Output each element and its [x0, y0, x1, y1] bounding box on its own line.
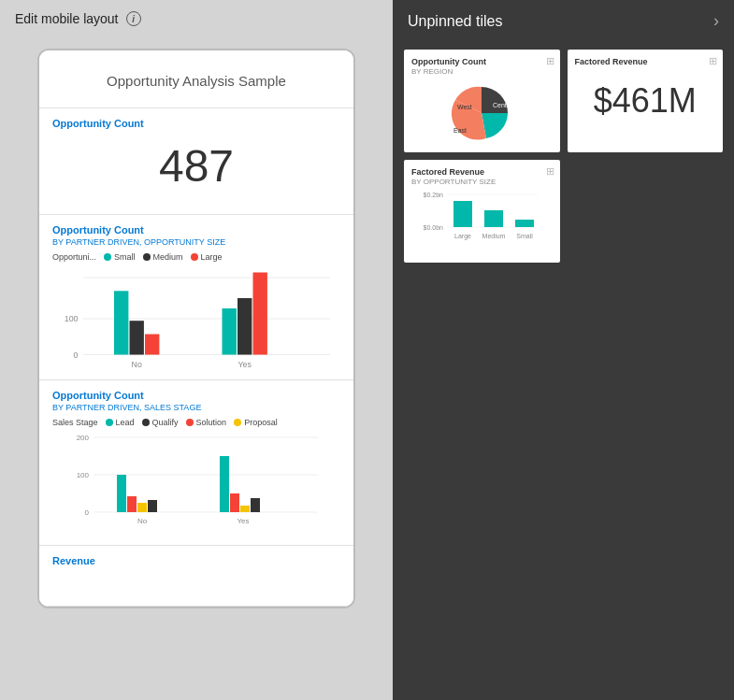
svg-text:East: East: [453, 127, 467, 134]
opp-region-subtitle: BY REGION: [411, 67, 553, 76]
svg-text:Yes: Yes: [238, 360, 252, 369]
opp-partner-chart: 100 0 No Yes: [52, 267, 340, 370]
svg-rect-25: [240, 506, 250, 512]
opp-partner-sublabel: BY PARTNER DRIVEN, OPPORTUNITY SIZE: [52, 237, 340, 247]
svg-rect-6: [130, 321, 144, 354]
svg-text:Central: Central: [493, 102, 514, 108]
edit-mobile-layout-title: Edit mobile layout: [15, 11, 119, 26]
svg-rect-23: [220, 456, 229, 512]
svg-rect-36: [453, 201, 472, 227]
svg-rect-9: [237, 298, 252, 355]
factored-revenue-title: Factored Revenue: [575, 57, 716, 66]
revenue-card: Revenue: [39, 546, 353, 607]
legend-medium: Medium: [143, 252, 183, 262]
svg-text:0: 0: [85, 508, 90, 517]
legend-solution: Solution: [186, 418, 227, 427]
factored-size-chart: $0.2bn $0.0bn Large Medium Small: [411, 190, 553, 255]
right-panel: Unpinned tiles › Opportunity Count BY RE…: [393, 0, 734, 700]
lead-dot: [106, 419, 113, 426]
opp-region-chart: West Central East: [411, 79, 553, 145]
tiles-grid: Opportunity Count BY REGION ⊞ West Centr…: [393, 42, 734, 270]
pin-icon-revenue[interactable]: ⊞: [709, 55, 717, 67]
opp-count-region-tile[interactable]: Opportunity Count BY REGION ⊞ West Centr…: [404, 50, 560, 152]
unpinned-tiles-title: Unpinned tiles: [408, 13, 502, 30]
legend-lead: Lead: [106, 418, 135, 427]
opp-count-value: 487: [52, 131, 340, 205]
legend-solution-label: Solution: [196, 418, 227, 427]
legend-medium-label: Medium: [153, 252, 183, 262]
opp-count-sales-card: Opportunity Count BY PARTNER DRIVEN, SAL…: [39, 380, 353, 546]
svg-rect-38: [515, 220, 534, 227]
svg-rect-7: [145, 335, 159, 355]
chevron-right-icon[interactable]: ›: [713, 11, 719, 31]
factored-rev-size-title: Factored Revenue: [411, 167, 553, 177]
proposal-dot: [234, 419, 241, 426]
svg-text:No: No: [132, 360, 142, 369]
svg-text:$0.2bn: $0.2bn: [424, 192, 444, 198]
svg-text:West: West: [457, 104, 472, 110]
legend-lead-label: Lead: [116, 418, 135, 427]
info-icon[interactable]: i: [126, 11, 141, 26]
svg-rect-20: [127, 496, 137, 512]
svg-text:0: 0: [74, 350, 79, 360]
large-dot: [191, 253, 198, 261]
svg-text:100: 100: [77, 471, 90, 479]
svg-rect-21: [137, 503, 147, 512]
svg-text:Medium: Medium: [482, 233, 506, 239]
svg-text:No: No: [137, 517, 148, 525]
opp-sales-sublabel: BY PARTNER DRIVEN, SALES STAGE: [52, 403, 340, 412]
opp-count-label: Opportunity Count: [52, 118, 340, 129]
solution-dot: [186, 419, 194, 426]
opp-count-partner-card: Opportunity Count BY PARTNER DRIVEN, OPP…: [39, 215, 353, 380]
svg-rect-26: [251, 498, 260, 512]
legend-small-label: Small: [114, 252, 136, 262]
svg-text:200: 200: [77, 434, 90, 442]
legend-proposal-label: Proposal: [244, 418, 278, 427]
legend-proposal: Proposal: [234, 418, 278, 427]
svg-rect-19: [117, 475, 126, 512]
legend-sales-stage-text: Sales Stage: [52, 418, 98, 427]
opp-sales-legend: Sales Stage Lead Qualify Solution: [52, 418, 340, 427]
size-bar-chart-svg: $0.2bn $0.0bn Large Medium Small: [421, 190, 542, 255]
opp-region-title: Opportunity Count: [411, 57, 553, 66]
main-title-card: Opportunity Analysis Sample: [39, 50, 353, 108]
legend-large: Large: [191, 252, 223, 262]
svg-rect-37: [484, 210, 503, 227]
pie-chart-svg: West Central East: [435, 81, 528, 145]
svg-rect-24: [230, 493, 239, 512]
opp-sales-chart: 200 100 0 No: [52, 433, 340, 536]
medium-dot: [143, 253, 151, 261]
legend-text: Opportuni...: [52, 252, 96, 262]
pin-icon-size[interactable]: ⊞: [546, 165, 554, 178]
opp-partner-label: Opportunity Count: [52, 224, 340, 236]
svg-text:Yes: Yes: [237, 517, 249, 525]
opp-partner-legend: Opportuni... Small Medium Large: [52, 252, 340, 262]
svg-rect-5: [114, 291, 128, 354]
factored-revenue-value: $461M: [575, 81, 716, 121]
small-dot: [104, 253, 111, 261]
svg-text:$0.0bn: $0.0bn: [424, 224, 444, 231]
phone-frame: Opportunity Analysis Sample Opportunity …: [37, 49, 355, 608]
left-header: Edit mobile layout i: [0, 0, 393, 37]
svg-rect-22: [148, 500, 157, 512]
factored-revenue-size-tile[interactable]: Factored Revenue BY OPPORTUNITY SIZE ⊞ $…: [404, 160, 560, 263]
report-title: Opportunity Analysis Sample: [52, 60, 340, 98]
svg-rect-8: [223, 308, 237, 355]
opportunity-count-card: Opportunity Count 487: [39, 108, 353, 215]
revenue-label: Revenue: [52, 555, 340, 566]
opp-sales-label: Opportunity Count: [52, 390, 340, 401]
svg-text:100: 100: [65, 314, 79, 323]
svg-text:Large: Large: [454, 233, 471, 240]
svg-rect-10: [253, 273, 267, 355]
right-header: Unpinned tiles ›: [393, 0, 734, 42]
left-panel: Edit mobile layout i Opportunity Analysi…: [0, 0, 393, 700]
partner-chart-svg: 100 0 No Yes: [52, 267, 340, 370]
sales-chart-svg: 200 100 0 No: [52, 433, 340, 536]
factored-revenue-tile[interactable]: Factored Revenue ⊞ $461M: [568, 50, 724, 152]
factored-rev-size-subtitle: BY OPPORTUNITY SIZE: [411, 178, 553, 186]
pin-icon-region[interactable]: ⊞: [546, 55, 554, 67]
legend-qualify: Qualify: [142, 418, 179, 427]
legend-small: Small: [104, 252, 136, 262]
legend-large-label: Large: [201, 252, 223, 262]
legend-qualify-label: Qualify: [152, 418, 179, 427]
